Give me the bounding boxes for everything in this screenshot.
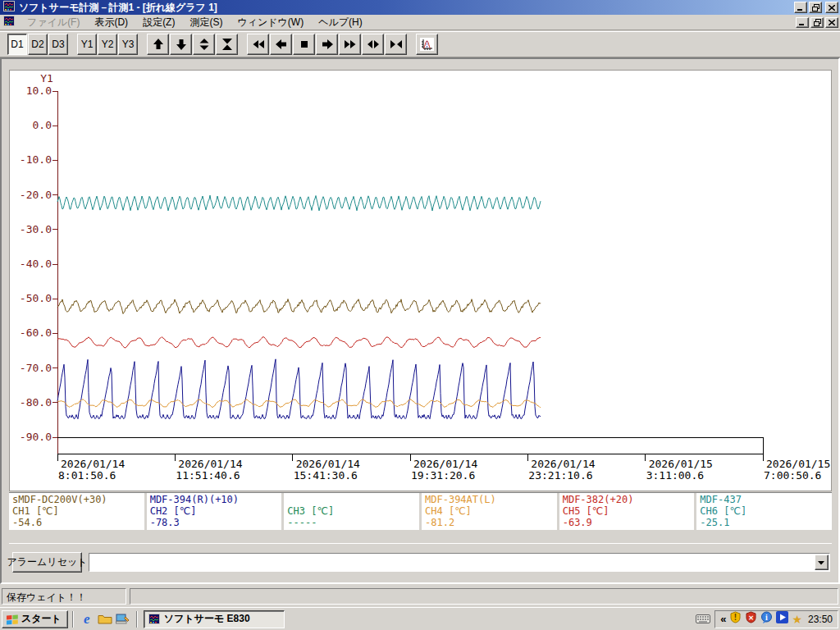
menu-window[interactable]: ウィンドウ(W) — [230, 14, 311, 31]
svg-text:15:41:30.6: 15:41:30.6 — [294, 469, 358, 482]
folder-icon[interactable] — [96, 610, 114, 628]
channel-label: CH2 [℃] — [150, 505, 279, 517]
mdi-close-button[interactable] — [825, 17, 838, 28]
y1-button[interactable]: Y1 — [77, 34, 97, 55]
legend-cell: CH3 [℃]----- — [284, 493, 419, 530]
channel-value: -81.2 — [425, 517, 554, 528]
compress-vertical-icon — [221, 38, 234, 51]
security-warning-shield-icon[interactable]: ! — [729, 611, 742, 627]
arrow-right-icon — [321, 38, 334, 51]
svg-text:2026/01/15: 2026/01/15 — [649, 458, 713, 470]
scroll-up-button[interactable] — [147, 34, 169, 55]
compress-horizontal-icon — [390, 38, 403, 51]
restore-button[interactable] — [809, 2, 822, 13]
expand-vertical-button[interactable] — [193, 34, 215, 55]
security-alert-shield-icon[interactable]: ✕ — [745, 611, 757, 627]
chart-panel: Y110.00.0-10.0-20.0-30.0-40.0-50.0-60.0-… — [9, 70, 832, 491]
taskbar-divider — [136, 611, 138, 628]
d2-button[interactable]: D2 — [28, 34, 48, 55]
svg-text:2026/01/14: 2026/01/14 — [531, 458, 595, 470]
fast-forward-button[interactable] — [339, 34, 361, 55]
arrow-down-icon — [175, 38, 188, 51]
fast-rewind-icon — [252, 38, 265, 51]
graph-icon — [420, 38, 434, 51]
channel-name: sMDF-DC200V(+30) — [12, 494, 141, 505]
status-panel-right — [130, 588, 838, 605]
graph-settings-button[interactable] — [416, 34, 438, 55]
start-button[interactable]: スタート — [2, 610, 68, 628]
combobox-dropdown-button[interactable] — [815, 555, 829, 570]
svg-text:-80.0: -80.0 — [20, 396, 52, 409]
app-icon — [148, 614, 160, 624]
mdi-minimize-button[interactable] — [796, 17, 809, 28]
show-desktop-icon[interactable] — [114, 610, 132, 628]
alarm-combobox-value[interactable] — [89, 554, 814, 571]
fast-rewind-button[interactable] — [247, 34, 269, 55]
svg-text:-30.0: -30.0 — [20, 223, 52, 235]
taskbar-clock[interactable]: 23:50 — [808, 614, 833, 625]
channel-value: -78.3 — [150, 517, 279, 528]
channel-label: CH5 [℃] — [563, 505, 692, 517]
task-button-softthermo[interactable]: ソフトサーモ E830 — [144, 610, 285, 628]
svg-text:2026/01/14: 2026/01/14 — [296, 458, 360, 470]
y2-button[interactable]: Y2 — [98, 34, 117, 55]
svg-text:8:01:50.6: 8:01:50.6 — [58, 469, 116, 482]
media-play-icon[interactable] — [776, 611, 788, 627]
expand-horizontal-button[interactable] — [362, 34, 384, 55]
channel-label: CH4 [℃] — [425, 505, 554, 517]
channel-name: MDF-382(+20) — [563, 494, 692, 505]
svg-text:-90.0: -90.0 — [20, 431, 52, 443]
channel-name: MDF-437 — [700, 494, 829, 505]
svg-text:-40.0: -40.0 — [20, 258, 52, 270]
taskbar-divider — [72, 611, 74, 628]
legend-cell: MDF-382(+20)CH5 [℃]-63.9 — [559, 493, 695, 530]
tray-overflow-chevron[interactable]: « — [720, 614, 726, 624]
step-right-button[interactable] — [316, 34, 338, 55]
menu-settings[interactable]: 設定(Z) — [135, 14, 182, 31]
menu-help[interactable]: ヘルプ(H) — [311, 14, 370, 31]
favorites-star-icon[interactable]: ★ — [792, 614, 802, 625]
info-balloon-icon[interactable]: i — [760, 611, 773, 627]
d1-button[interactable]: D1 — [7, 34, 27, 55]
svg-text:10.0: 10.0 — [26, 84, 52, 97]
channel-value: -25.1 — [700, 517, 829, 528]
toolbar: D1 D2 D3 Y1 Y2 Y3 — [0, 31, 840, 57]
menu-measure[interactable]: 測定(S) — [182, 14, 230, 31]
svg-text:-50.0: -50.0 — [20, 292, 52, 304]
alarm-reset-button[interactable]: アラームリセット — [12, 552, 82, 573]
compress-vertical-button[interactable] — [216, 34, 238, 55]
channel-legend: sMDF-DC200V(+30)CH1 [℃]-54.6MDF-394(R)(+… — [9, 492, 832, 530]
svg-text:Y1: Y1 — [40, 72, 53, 84]
keyboard-layout-icon[interactable] — [696, 612, 710, 627]
compress-horizontal-button[interactable] — [385, 34, 407, 55]
legend-cell: sMDF-DC200V(+30)CH1 [℃]-54.6 — [9, 493, 144, 530]
alarm-row: アラームリセット — [9, 543, 832, 578]
minimize-button[interactable] — [794, 2, 807, 13]
step-left-button[interactable] — [270, 34, 292, 55]
alarm-combobox[interactable] — [89, 553, 830, 572]
svg-text:2026/01/14: 2026/01/14 — [61, 458, 125, 470]
legend-cell: MDF-394AT(L)CH4 [℃]-81.2 — [422, 493, 557, 530]
title-bar: ソフトサーモ計測－計測1 - [折れ線グラフ 1] — [0, 0, 840, 15]
svg-text:!: ! — [734, 613, 737, 622]
svg-text:-60.0: -60.0 — [20, 326, 52, 339]
channel-value: -54.6 — [12, 517, 141, 528]
channel-value: ----- — [287, 517, 416, 528]
mdi-child-icon[interactable] — [3, 15, 15, 30]
menu-bar: ファイル(F) 表示(D) 設定(Z) 測定(S) ウィンドウ(W) ヘルプ(H… — [0, 15, 840, 30]
stop-button[interactable] — [293, 34, 315, 55]
expand-horizontal-icon — [367, 38, 380, 51]
line-chart: Y110.00.0-10.0-20.0-30.0-40.0-50.0-60.0-… — [10, 71, 831, 491]
close-button[interactable] — [825, 2, 838, 13]
svg-text:-10.0: -10.0 — [20, 153, 52, 166]
menu-view[interactable]: 表示(D) — [87, 14, 135, 31]
start-label: スタート — [21, 612, 62, 626]
internet-explorer-icon[interactable]: e — [78, 610, 96, 628]
scroll-down-button[interactable] — [170, 34, 192, 55]
stop-icon — [298, 38, 311, 51]
svg-text:2026/01/15: 2026/01/15 — [766, 458, 830, 470]
windows-logo-icon — [6, 614, 19, 625]
y3-button[interactable]: Y3 — [118, 34, 138, 55]
mdi-restore-button[interactable] — [810, 17, 824, 28]
d3-button[interactable]: D3 — [48, 34, 68, 55]
